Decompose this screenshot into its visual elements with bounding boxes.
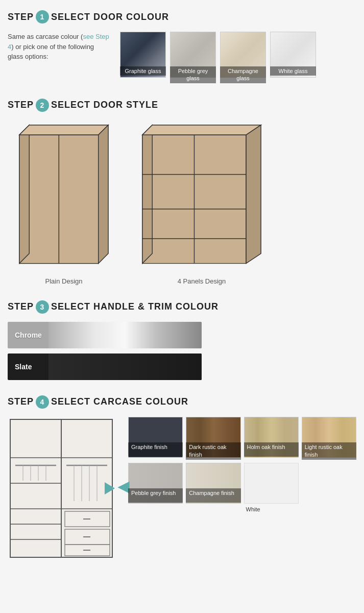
white-glass-label: White glass [270, 66, 316, 76]
plain-design-label: Plain Design [13, 277, 115, 285]
dark-rustic-oak-label: Dark rustic oak finish [186, 442, 240, 460]
svg-marker-2 [19, 125, 108, 134]
pebble-grey-glass-label: Pebble grey glass [170, 66, 216, 83]
step4-badge: 4 [36, 395, 49, 409]
graphite-finish-label: Graphite finish [128, 442, 183, 457]
step2-badge: 2 [36, 99, 49, 112]
holm-oak-label: Holm oak finish [244, 442, 299, 457]
handle-options: Chrome Slate [8, 322, 202, 380]
carcase-color-grid: Graphite finish Dark rustic oak finish H… [128, 417, 356, 520]
carcase-graphite[interactable]: Graphite finish [128, 417, 183, 460]
step3-post: SELECT HANDLE & TRIM COLOUR [51, 301, 219, 312]
step2-pre: STEP [8, 100, 34, 110]
4panel-design-illustration [135, 120, 268, 273]
step3-title: STEP 3 SELECT HANDLE & TRIM COLOUR [8, 300, 356, 314]
carcase-white[interactable]: White [244, 463, 299, 519]
step4-pre: STEP [8, 396, 34, 407]
step4-section: STEP 4 SELECT CARCASE COLOUR [8, 395, 356, 562]
svg-marker-9 [246, 125, 261, 263]
white-finish-img [244, 463, 299, 504]
glass-options: Graphite glass Pebble grey glass Champag… [120, 32, 316, 83]
step3-badge: 3 [36, 300, 49, 314]
champagne-finish-label: Champagne finish [186, 488, 240, 503]
graphite-glass-label: Graphite glass [120, 66, 166, 76]
step2-title: STEP 2 SELECT DOOR STYLE [8, 99, 356, 112]
door-style-4panel[interactable]: 4 Panels Design [135, 120, 268, 285]
step1-post: SELECT DOOR COLOUR [51, 12, 169, 22]
slate-label: Slate [8, 363, 48, 371]
step1-note: Same as carcase colour (see Step 4) or p… [8, 32, 110, 62]
step1-badge: 1 [36, 10, 49, 23]
glass-swatch-graphite[interactable]: Graphite glass [120, 32, 166, 83]
empty-cell [302, 463, 356, 519]
step4-title: STEP 4 SELECT CARCASE COLOUR [8, 395, 356, 409]
step2-section: STEP 2 SELECT DOOR STYLE [8, 99, 356, 285]
door-styles: Plain Design [8, 120, 356, 285]
slate-gradient [48, 353, 202, 380]
4panel-design-label: 4 Panels Design [135, 277, 268, 285]
glass-swatch-white[interactable]: White glass [270, 32, 316, 83]
carcase-champagne[interactable]: Champagne finish [186, 463, 240, 519]
step4-post: SELECT CARCASE COLOUR [51, 396, 188, 407]
step1-content: Same as carcase colour (see Step 4) or p… [8, 32, 356, 83]
glass-swatch-pebble[interactable]: Pebble grey glass [170, 32, 216, 83]
chrome-label: Chrome [8, 331, 48, 339]
carcase-light-rustic-oak[interactable]: Light rustic oak finish [302, 417, 356, 460]
step1-title: STEP 1 SELECT DOOR COLOUR [8, 10, 356, 23]
step3-section: STEP 3 SELECT HANDLE & TRIM COLOUR Chrom… [8, 300, 356, 380]
svg-marker-3 [99, 125, 108, 263]
carcase-holm-oak[interactable]: Holm oak finish [244, 417, 299, 460]
light-rustic-oak-label: Light rustic oak finish [302, 442, 356, 460]
step2-post: SELECT DOOR STYLE [51, 100, 158, 110]
step1-pre: STEP [8, 12, 34, 22]
svg-marker-1 [19, 125, 29, 263]
svg-marker-8 [142, 125, 261, 134]
chrome-gradient [48, 322, 202, 348]
svg-marker-7 [142, 125, 152, 263]
step1-section: STEP 1 SELECT DOOR COLOUR Same as carcas… [8, 10, 356, 83]
handle-chrome[interactable]: Chrome [8, 322, 202, 348]
wardrobe-interior: ◀ [8, 417, 120, 562]
white-finish-label: White [244, 505, 299, 519]
glass-swatch-champagne[interactable]: Champagne glass [220, 32, 266, 83]
plain-design-illustration [13, 120, 115, 273]
carcase-dark-rustic-oak[interactable]: Dark rustic oak finish [186, 417, 240, 460]
step4-content: ◀ Graphite finish Dark rustic oak finish… [8, 417, 356, 562]
door-style-plain[interactable]: Plain Design [13, 120, 115, 285]
handle-slate[interactable]: Slate [8, 353, 202, 380]
champagne-glass-label: Champagne glass [220, 66, 266, 83]
pebble-grey-finish-label: Pebble grey finish [128, 488, 183, 503]
see-step4-link[interactable]: see Step 4 [8, 33, 109, 51]
step3-pre: STEP [8, 301, 34, 312]
carcase-pebble-grey[interactable]: Pebble grey finish [128, 463, 183, 519]
arrow-icon: ◀ [118, 478, 129, 495]
